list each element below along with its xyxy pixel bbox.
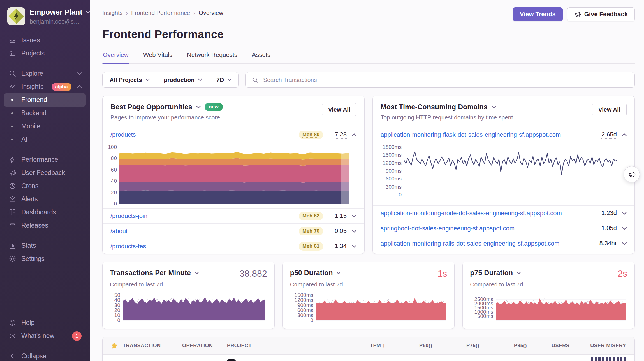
react-project-icon bbox=[227, 359, 236, 361]
sidebar-label-ai: AI bbox=[21, 136, 27, 143]
chevron-down-icon[interactable] bbox=[622, 212, 627, 215]
column-transaction[interactable]: TRANSACTION bbox=[123, 343, 182, 349]
sidebar-item-performance[interactable]: Performance bbox=[4, 153, 86, 166]
chevron-down-icon[interactable] bbox=[352, 245, 356, 248]
project-link[interactable]: react bbox=[239, 360, 252, 361]
page-link[interactable]: /products bbox=[110, 131, 136, 138]
sidebar-collapse-button[interactable]: Collapse bbox=[4, 350, 86, 361]
column-p95[interactable]: P95() bbox=[479, 343, 527, 349]
page-link[interactable]: /about bbox=[110, 228, 128, 235]
sidebar-label-insights: Insights bbox=[21, 83, 43, 91]
view-all-button[interactable]: View All bbox=[592, 103, 627, 116]
operation-cell: pageload bbox=[182, 360, 227, 361]
sidebar-footer: Help What's new 1 Collapse bbox=[0, 316, 90, 358]
sidebar-item-explore[interactable]: Explore bbox=[4, 67, 86, 80]
sidebar-item-issues[interactable]: Issues bbox=[4, 34, 86, 47]
sidebar-label-crons: Crons bbox=[21, 182, 38, 190]
domain-link[interactable]: application-monitoring-rails-dot-sales-e… bbox=[381, 240, 559, 247]
chevron-down-icon[interactable] bbox=[352, 230, 356, 233]
bullet-icon bbox=[8, 112, 17, 114]
svg-text:1200ms: 1200ms bbox=[383, 160, 402, 166]
svg-text:600ms: 600ms bbox=[297, 307, 313, 313]
chevron-down-icon[interactable] bbox=[196, 105, 201, 108]
org-switcher[interactable]: Empower Plant benjamin.coe@sent… bbox=[0, 7, 90, 25]
star-icon[interactable] bbox=[110, 342, 118, 350]
environment-filter[interactable]: production bbox=[157, 72, 210, 87]
score-badge: Meh 61 bbox=[299, 242, 323, 251]
search-icon bbox=[8, 70, 17, 77]
domain-link[interactable]: springboot-dot-sales-engineering-sf.apps… bbox=[381, 225, 515, 232]
sidebar-item-whats-new[interactable]: What's new 1 bbox=[4, 329, 86, 343]
chevron-down-icon[interactable] bbox=[516, 271, 521, 274]
chevron-down-icon[interactable] bbox=[622, 242, 627, 245]
transaction-link[interactable]: /products bbox=[123, 360, 148, 361]
chevron-up-icon[interactable] bbox=[352, 133, 356, 136]
sidebar-item-frontend[interactable]: Frontend bbox=[4, 93, 86, 107]
chevron-down-icon[interactable] bbox=[352, 214, 356, 218]
svg-text:300ms: 300ms bbox=[386, 184, 402, 190]
page-link[interactable]: /products-join bbox=[110, 212, 147, 220]
column-project[interactable]: PROJECT bbox=[227, 343, 337, 349]
date-range-filter[interactable]: 7D bbox=[209, 72, 238, 87]
sidebar-item-user-feedback[interactable]: User Feedback bbox=[4, 166, 86, 179]
sidebar-item-help[interactable]: Help bbox=[4, 316, 86, 329]
column-p50[interactable]: P50() bbox=[385, 343, 432, 349]
sidebar-item-alerts[interactable]: Alerts bbox=[4, 193, 86, 206]
p75-cell: 8.11s bbox=[432, 360, 479, 361]
sidebar-item-projects[interactable]: Projects bbox=[4, 47, 86, 60]
svg-text:40: 40 bbox=[114, 297, 120, 303]
p75-duration-chart: 500ms1000ms1500ms2000ms2500ms bbox=[470, 292, 627, 324]
view-trends-button[interactable]: View Trends bbox=[513, 7, 563, 21]
give-feedback-button[interactable]: Give Feedback bbox=[567, 7, 635, 21]
sidebar-item-insights[interactable]: Insights alpha bbox=[4, 80, 86, 93]
domain-link[interactable]: application-monitoring-flask-dot-sales-e… bbox=[381, 131, 561, 138]
metric-subtitle: Compared to last 7d bbox=[290, 281, 447, 288]
sidebar-item-settings[interactable]: Settings bbox=[4, 252, 86, 265]
star-icon[interactable] bbox=[110, 360, 118, 361]
clock-icon bbox=[8, 182, 17, 190]
column-p75[interactable]: P75() bbox=[432, 343, 479, 349]
sidebar-item-stats[interactable]: Stats bbox=[4, 239, 86, 252]
tab-web-vitals[interactable]: Web Vitals bbox=[143, 51, 173, 63]
sidebar-item-dashboards[interactable]: Dashboards bbox=[4, 206, 86, 219]
column-operation[interactable]: OPERATION bbox=[182, 343, 227, 349]
p75-duration-panel: p75 Duration 2s Compared to last 7d 500m… bbox=[462, 262, 635, 329]
column-users[interactable]: USERS bbox=[527, 343, 569, 349]
page-link[interactable]: /products-fes bbox=[110, 243, 146, 250]
domain-link[interactable]: application-monitoring-node-dot-sales-en… bbox=[381, 210, 562, 217]
svg-text:40: 40 bbox=[111, 178, 117, 184]
project-filter[interactable]: All Projects bbox=[103, 72, 157, 87]
search-input[interactable] bbox=[263, 76, 628, 84]
feedback-fab[interactable] bbox=[624, 166, 640, 182]
svg-text:1200ms: 1200ms bbox=[294, 297, 313, 303]
breadcrumb-frontend-performance[interactable]: Frontend Performance bbox=[131, 10, 190, 16]
chevron-down-icon[interactable] bbox=[492, 105, 496, 108]
tab-assets[interactable]: Assets bbox=[251, 51, 271, 63]
chevron-left-icon bbox=[8, 352, 17, 360]
sidebar-item-ai[interactable]: AI bbox=[4, 133, 86, 146]
page-row: /about Meh 70 0.05 bbox=[103, 223, 364, 239]
time-spent-value: 2.65d bbox=[601, 131, 617, 139]
chevron-down-icon[interactable] bbox=[336, 271, 341, 274]
megaphone-icon bbox=[574, 11, 581, 18]
main-content: Insights › Frontend Performance › Overvi… bbox=[90, 0, 644, 361]
sidebar: Empower Plant benjamin.coe@sent… Issues … bbox=[0, 0, 90, 361]
column-user-misery[interactable]: USER MISERY bbox=[569, 343, 634, 349]
lightning-icon bbox=[8, 156, 17, 163]
sidebar-item-crons[interactable]: Crons bbox=[4, 179, 86, 193]
chevron-down-icon[interactable] bbox=[194, 271, 199, 274]
breadcrumb-insights[interactable]: Insights bbox=[102, 10, 122, 16]
chevron-down-icon[interactable] bbox=[622, 227, 627, 230]
tab-network-requests[interactable]: Network Requests bbox=[186, 51, 238, 63]
sidebar-label-explore: Explore bbox=[21, 70, 43, 77]
page-filter-group: All Projects production 7D bbox=[102, 72, 239, 88]
sidebar-item-backend[interactable]: Backend bbox=[4, 107, 86, 120]
page-row: /products-fes Meh 61 1.34 bbox=[103, 239, 364, 254]
column-tpm[interactable]: TPM ↓ bbox=[337, 343, 385, 349]
chevron-up-icon[interactable] bbox=[622, 133, 627, 136]
tab-overview[interactable]: Overview bbox=[102, 51, 129, 63]
sidebar-item-releases[interactable]: Releases bbox=[4, 219, 86, 232]
domain-row: springboot-dot-sales-engineering-sf.apps… bbox=[373, 221, 634, 236]
sidebar-item-mobile[interactable]: Mobile bbox=[4, 120, 86, 133]
view-all-button[interactable]: View All bbox=[322, 103, 356, 116]
